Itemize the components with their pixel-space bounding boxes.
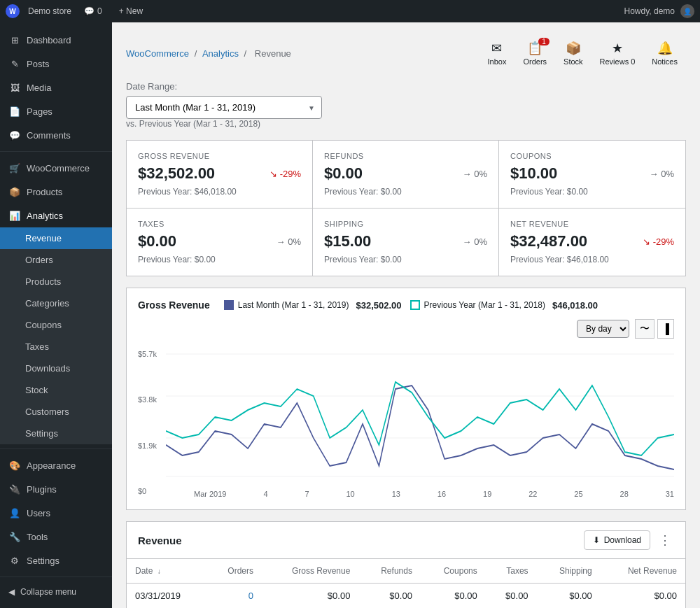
sidebar-item-pages[interactable]: 📄 Pages [0,99,112,123]
collapse-menu[interactable]: ◀ Collapse menu [0,581,112,602]
stat-cards-grid: GROSS REVENUE $32,502.00 ↘ -29% Previous… [126,140,686,276]
sidebar-sub-categories[interactable]: Categories [0,292,112,314]
y-label-2: $3.8k [138,395,157,404]
col-orders[interactable]: Orders [207,559,262,584]
sidebar-label-sub-products: Products [25,276,61,287]
sidebar-item-analytics[interactable]: 📊 Analytics [0,204,112,227]
legend-label-prev: Previous Year (Mar 1 - 31, 2018) [424,300,545,310]
sidebar-item-plugins[interactable]: 🔌 Plugins [0,477,112,501]
new-button[interactable]: + New [115,6,147,16]
col-refunds[interactable]: Refunds [358,559,421,584]
col-taxes[interactable]: Taxes [486,559,537,584]
stat-change-4: → 0% [463,236,487,247]
sidebar-item-woocommerce[interactable]: 🛒 WooCommerce [0,156,112,180]
top-bar-left: W Demo store 💬 0 + New [6,4,624,18]
sidebar-sub-coupons[interactable]: Coupons [0,314,112,336]
stat-value-row-3: $0.00 → 0% [138,232,301,250]
sidebar-label-coupons: Coupons [25,320,62,330]
sidebar-item-comments[interactable]: 💬 Comments [0,123,112,147]
comments-link[interactable]: 💬 0 [80,6,106,16]
howdy-text: Howdy, demo [624,6,675,16]
sidebar-label-tools: Tools [27,532,48,542]
stat-value-3: $0.00 [138,232,176,250]
sidebar-sep-1 [0,151,112,152]
download-button[interactable]: ⬇ Download [584,530,650,550]
posts-icon: ✎ [8,57,21,70]
top-bar: W Demo store 💬 0 + New Howdy, demo 👤 [0,0,700,22]
chart-title: Gross Revenue [138,299,210,311]
legend-amount-prev: $46,018.00 [552,300,598,311]
sidebar-label-appearance: Appearance [27,460,76,471]
legend-checkbox-prev[interactable] [410,300,420,310]
sidebar-sub-downloads[interactable]: Downloads [0,358,112,379]
sidebar-sub-orders[interactable]: Orders [0,249,112,271]
more-button[interactable]: ⋮ [656,532,674,548]
x-label-13: 13 [392,490,400,498]
site-name[interactable]: Demo store [28,6,71,16]
breadcrumb: WooCommerce / Analytics / Revenue [126,48,294,59]
nav-stock[interactable]: 📦 Stock [555,36,592,70]
col-net[interactable]: Net Revenue [601,559,685,584]
stat-value-5: $32,487.00 [510,232,587,250]
stat-card-1[interactable]: REFUNDS $0.00 → 0% Previous Year: $0.00 [313,141,499,208]
stat-card-2[interactable]: COUPONS $10.00 → 0% Previous Year: $0.00 [499,141,685,208]
col-gross[interactable]: Gross Revenue [262,559,358,584]
stat-value-row-4: $15.00 → 0% [324,232,487,250]
sidebar-item-tools[interactable]: 🔧 Tools [0,525,112,549]
cell-orders-0[interactable]: 0 [207,584,262,609]
legend-checkbox-current[interactable] [224,300,234,310]
sidebar-item-appearance[interactable]: 🎨 Appearance [0,453,112,477]
breadcrumb-woocommerce[interactable]: WooCommerce [126,48,189,59]
col-coupons[interactable]: Coupons [421,559,486,584]
stat-card-5[interactable]: NET REVENUE $32,487.00 ↘ -29% Previous Y… [499,208,685,276]
sidebar-sub-products[interactable]: Products [0,271,112,292]
sidebar-sub-stock[interactable]: Stock [0,379,112,401]
line-chart-btn[interactable]: 〜 [635,319,654,339]
stat-card-4[interactable]: SHIPPING $15.00 → 0% Previous Year: $0.0… [313,208,499,276]
by-day-select[interactable]: By day [577,320,629,338]
reviews-icon: ★ [612,41,623,56]
nav-inbox[interactable]: ✉ Inbox [479,36,515,70]
bar-chart-btn[interactable]: ▐ [657,319,674,339]
stat-change-1: → 0% [463,169,487,179]
stat-value-0: $32,502.00 [138,164,215,183]
nav-reviews[interactable]: ★ Reviews 0 [592,36,644,70]
sidebar-sub-taxes[interactable]: Taxes [0,336,112,358]
wp-logo[interactable]: W [6,4,20,18]
nav-orders[interactable]: 📋 1 Orders [514,36,555,70]
stat-value-row-0: $32,502.00 ↘ -29% [138,164,301,183]
sidebar-item-media[interactable]: 🖼 Media [0,76,112,99]
date-sort-arrow: ↓ [158,567,161,575]
chart-wrapper: $5.7k $3.8k $1.9k $0 Mar [138,347,674,498]
stat-card-0[interactable]: GROSS REVENUE $32,502.00 ↘ -29% Previous… [127,141,313,208]
nav-inbox-label: Inbox [488,57,507,66]
stat-card-3[interactable]: TAXES $0.00 → 0% Previous Year: $0.00 [127,208,313,276]
stat-prev-4: Previous Year: $0.00 [324,255,487,264]
sidebar: ⊞ Dashboard ✎ Posts 🖼 Media 📄 Pages 💬 Co… [0,22,112,608]
sidebar-item-dashboard[interactable]: ⊞ Dashboard [0,28,112,52]
x-label-7: 7 [304,490,309,498]
breadcrumb-analytics[interactable]: Analytics [202,48,239,59]
sidebar-sub-settings[interactable]: Settings [0,423,112,444]
sidebar-sub-customers[interactable]: Customers [0,401,112,423]
sidebar-label-comments: Comments [27,130,71,141]
sidebar-item-users[interactable]: 👤 Users [0,501,112,525]
sidebar-item-posts[interactable]: ✎ Posts [0,52,112,76]
sidebar-sep-2 [0,448,112,449]
top-bar-right: Howdy, demo 👤 [624,4,694,18]
cell-date-0: 03/31/2019 [127,584,207,609]
x-label-25: 25 [574,490,582,498]
nav-notices[interactable]: 🔔 Notices [643,36,686,70]
user-avatar[interactable]: 👤 [680,4,694,18]
orders-badge: 1 [538,38,550,45]
sidebar-item-settings[interactable]: ⚙ Settings [0,549,112,572]
sidebar-label-posts: Posts [27,59,50,69]
col-date[interactable]: Date ↓ [127,559,207,584]
sidebar-item-products[interactable]: 📦 Products [0,180,112,204]
settings-icon: ⚙ [8,554,21,567]
col-shipping[interactable]: Shipping [537,559,601,584]
date-range-select[interactable]: Last Month (Mar 1 - 31, 2019) [126,96,322,119]
legend-amount-current: $32,502.00 [356,300,401,311]
sidebar-sub-revenue[interactable]: Revenue [0,227,112,249]
stat-change-0: ↘ -29% [270,169,301,179]
